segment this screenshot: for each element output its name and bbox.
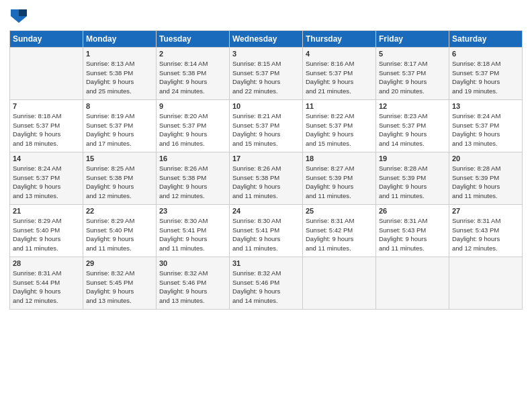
logo — [9, 9, 27, 26]
calendar-cell: 16Sunrise: 8:26 AM Sunset: 5:38 PM Dayli… — [157, 152, 230, 204]
calendar-cell: 5Sunrise: 8:17 AM Sunset: 5:37 PM Daylig… — [376, 47, 449, 99]
calendar-cell: 21Sunrise: 8:29 AM Sunset: 5:40 PM Dayli… — [10, 204, 83, 257]
cell-info: Sunrise: 8:24 AM Sunset: 5:37 PM Dayligh… — [452, 111, 519, 148]
cell-info: Sunrise: 8:13 AM Sunset: 5:38 PM Dayligh… — [86, 59, 153, 96]
calendar-table: SundayMondayTuesdayWednesdayThursdayFrid… — [9, 30, 523, 310]
calendar-cell: 7Sunrise: 8:18 AM Sunset: 5:37 PM Daylig… — [10, 99, 83, 152]
weekday-header-thursday: Thursday — [303, 30, 376, 47]
calendar-cell — [303, 257, 376, 309]
day-number: 26 — [379, 207, 446, 215]
day-number: 7 — [13, 102, 80, 110]
day-number: 14 — [13, 154, 80, 163]
calendar-cell: 11Sunrise: 8:22 AM Sunset: 5:37 PM Dayli… — [303, 99, 376, 152]
day-number: 6 — [452, 50, 519, 58]
day-number: 16 — [159, 154, 226, 163]
calendar-cell: 6Sunrise: 8:18 AM Sunset: 5:37 PM Daylig… — [449, 47, 523, 99]
cell-info: Sunrise: 8:15 AM Sunset: 5:37 PM Dayligh… — [232, 59, 300, 96]
cell-info: Sunrise: 8:27 AM Sunset: 5:39 PM Dayligh… — [306, 164, 373, 201]
day-number: 17 — [232, 154, 300, 163]
weekday-header-monday: Monday — [83, 30, 157, 47]
cell-info: Sunrise: 8:31 AM Sunset: 5:42 PM Dayligh… — [306, 216, 373, 253]
cell-info: Sunrise: 8:26 AM Sunset: 5:38 PM Dayligh… — [232, 164, 300, 201]
calendar-cell: 4Sunrise: 8:16 AM Sunset: 5:37 PM Daylig… — [303, 47, 376, 99]
day-number: 27 — [452, 207, 519, 215]
weekday-header-row: SundayMondayTuesdayWednesdayThursdayFrid… — [10, 30, 523, 47]
logo-text — [9, 9, 27, 26]
calendar-cell: 19Sunrise: 8:28 AM Sunset: 5:39 PM Dayli… — [376, 152, 449, 204]
day-number: 25 — [306, 207, 373, 215]
cell-info: Sunrise: 8:30 AM Sunset: 5:41 PM Dayligh… — [232, 216, 300, 253]
calendar-cell: 14Sunrise: 8:24 AM Sunset: 5:37 PM Dayli… — [10, 152, 83, 204]
weekday-header-sunday: Sunday — [10, 30, 83, 47]
week-row-3: 21Sunrise: 8:29 AM Sunset: 5:40 PM Dayli… — [10, 204, 523, 257]
day-number: 15 — [86, 154, 153, 163]
calendar-cell: 26Sunrise: 8:31 AM Sunset: 5:43 PM Dayli… — [376, 204, 449, 257]
cell-info: Sunrise: 8:22 AM Sunset: 5:37 PM Dayligh… — [306, 111, 373, 148]
day-number: 24 — [232, 207, 300, 215]
day-number: 9 — [159, 102, 226, 110]
weekday-header-tuesday: Tuesday — [157, 30, 230, 47]
cell-info: Sunrise: 8:25 AM Sunset: 5:38 PM Dayligh… — [86, 164, 153, 201]
day-number: 2 — [159, 50, 226, 58]
svg-marker-1 — [19, 9, 27, 16]
day-number: 19 — [379, 154, 446, 163]
week-row-4: 28Sunrise: 8:31 AM Sunset: 5:44 PM Dayli… — [10, 257, 523, 309]
cell-info: Sunrise: 8:29 AM Sunset: 5:40 PM Dayligh… — [86, 216, 153, 253]
day-number: 28 — [13, 259, 80, 267]
calendar-cell: 9Sunrise: 8:20 AM Sunset: 5:37 PM Daylig… — [157, 99, 230, 152]
day-number: 1 — [86, 50, 153, 58]
page-container: SundayMondayTuesdayWednesdayThursdayFrid… — [0, 0, 532, 411]
logo-icon — [11, 9, 27, 23]
cell-info: Sunrise: 8:32 AM Sunset: 5:46 PM Dayligh… — [232, 269, 300, 306]
cell-info: Sunrise: 8:29 AM Sunset: 5:40 PM Dayligh… — [13, 216, 80, 253]
day-number: 20 — [452, 154, 519, 163]
cell-info: Sunrise: 8:17 AM Sunset: 5:37 PM Dayligh… — [379, 59, 446, 96]
cell-info: Sunrise: 8:19 AM Sunset: 5:37 PM Dayligh… — [86, 111, 153, 148]
cell-info: Sunrise: 8:31 AM Sunset: 5:43 PM Dayligh… — [452, 216, 519, 253]
cell-info: Sunrise: 8:21 AM Sunset: 5:37 PM Dayligh… — [232, 111, 300, 148]
calendar-cell: 27Sunrise: 8:31 AM Sunset: 5:43 PM Dayli… — [449, 204, 523, 257]
cell-info: Sunrise: 8:28 AM Sunset: 5:39 PM Dayligh… — [379, 164, 446, 201]
day-number: 29 — [86, 259, 153, 267]
calendar-cell: 17Sunrise: 8:26 AM Sunset: 5:38 PM Dayli… — [230, 152, 303, 204]
day-number: 5 — [379, 50, 446, 58]
day-number: 21 — [13, 207, 80, 215]
cell-info: Sunrise: 8:23 AM Sunset: 5:37 PM Dayligh… — [379, 111, 446, 148]
cell-info: Sunrise: 8:14 AM Sunset: 5:38 PM Dayligh… — [159, 59, 226, 96]
calendar-cell — [449, 257, 523, 309]
cell-info: Sunrise: 8:31 AM Sunset: 5:44 PM Dayligh… — [13, 269, 80, 306]
weekday-header-saturday: Saturday — [449, 30, 523, 47]
calendar-cell: 18Sunrise: 8:27 AM Sunset: 5:39 PM Dayli… — [303, 152, 376, 204]
week-row-1: 7Sunrise: 8:18 AM Sunset: 5:37 PM Daylig… — [10, 99, 523, 152]
calendar-cell — [376, 257, 449, 309]
calendar-cell: 20Sunrise: 8:28 AM Sunset: 5:39 PM Dayli… — [449, 152, 523, 204]
calendar-cell: 28Sunrise: 8:31 AM Sunset: 5:44 PM Dayli… — [10, 257, 83, 309]
calendar-cell: 2Sunrise: 8:14 AM Sunset: 5:38 PM Daylig… — [157, 47, 230, 99]
cell-info: Sunrise: 8:30 AM Sunset: 5:41 PM Dayligh… — [159, 216, 226, 253]
cell-info: Sunrise: 8:16 AM Sunset: 5:37 PM Dayligh… — [306, 59, 373, 96]
weekday-header-friday: Friday — [376, 30, 449, 47]
calendar-cell: 12Sunrise: 8:23 AM Sunset: 5:37 PM Dayli… — [376, 99, 449, 152]
cell-info: Sunrise: 8:18 AM Sunset: 5:37 PM Dayligh… — [13, 111, 80, 148]
cell-info: Sunrise: 8:18 AM Sunset: 5:37 PM Dayligh… — [452, 59, 519, 96]
day-number: 11 — [306, 102, 373, 110]
day-number: 22 — [86, 207, 153, 215]
calendar-cell: 8Sunrise: 8:19 AM Sunset: 5:37 PM Daylig… — [83, 99, 157, 152]
day-number: 18 — [306, 154, 373, 163]
day-number: 30 — [159, 259, 226, 267]
calendar-cell: 15Sunrise: 8:25 AM Sunset: 5:38 PM Dayli… — [83, 152, 157, 204]
week-row-2: 14Sunrise: 8:24 AM Sunset: 5:37 PM Dayli… — [10, 152, 523, 204]
cell-info: Sunrise: 8:32 AM Sunset: 5:46 PM Dayligh… — [159, 269, 226, 306]
calendar-cell: 3Sunrise: 8:15 AM Sunset: 5:37 PM Daylig… — [230, 47, 303, 99]
header — [9, 7, 523, 26]
calendar-cell: 24Sunrise: 8:30 AM Sunset: 5:41 PM Dayli… — [230, 204, 303, 257]
weekday-header-wednesday: Wednesday — [230, 30, 303, 47]
cell-info: Sunrise: 8:31 AM Sunset: 5:43 PM Dayligh… — [379, 216, 446, 253]
calendar-cell: 30Sunrise: 8:32 AM Sunset: 5:46 PM Dayli… — [157, 257, 230, 309]
week-row-0: 1Sunrise: 8:13 AM Sunset: 5:38 PM Daylig… — [10, 47, 523, 99]
cell-info: Sunrise: 8:28 AM Sunset: 5:39 PM Dayligh… — [452, 164, 519, 201]
calendar-cell: 29Sunrise: 8:32 AM Sunset: 5:45 PM Dayli… — [83, 257, 157, 309]
day-number: 13 — [452, 102, 519, 110]
cell-info: Sunrise: 8:20 AM Sunset: 5:37 PM Dayligh… — [159, 111, 226, 148]
day-number: 4 — [306, 50, 373, 58]
